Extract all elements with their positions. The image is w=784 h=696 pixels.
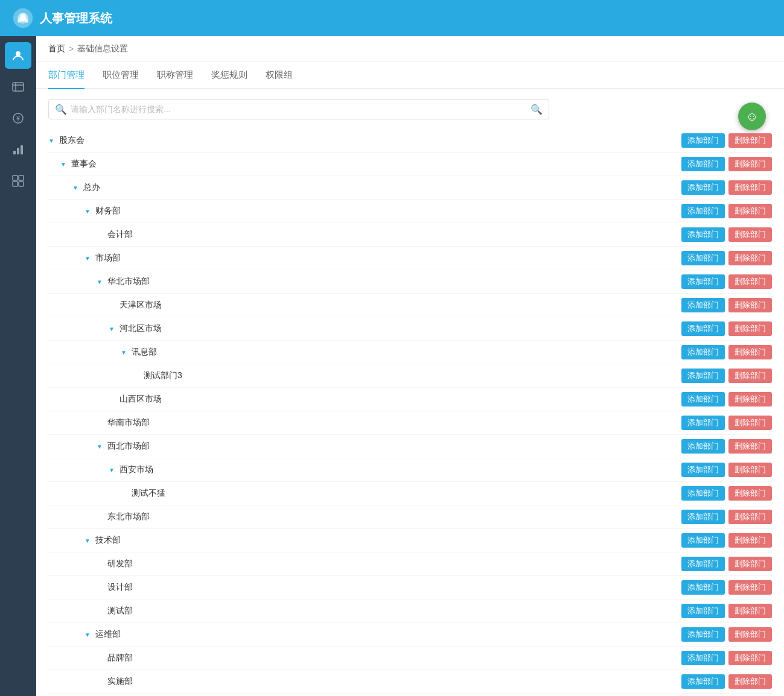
dept-name: ▼ 运维部 <box>48 629 681 640</box>
table-row: ▼ 河北区市场 添加部门 删除部门 <box>48 317 772 341</box>
add-dept-button[interactable]: 添加部门 <box>681 651 725 665</box>
breadcrumb-separator: > <box>69 44 74 54</box>
toggle-icon[interactable]: ▼ <box>97 279 104 285</box>
add-dept-button[interactable]: 添加部门 <box>681 298 725 312</box>
table-row: ▼ 董事会 添加部门 删除部门 <box>48 153 772 176</box>
delete-dept-button[interactable]: 删除部门 <box>728 510 772 524</box>
delete-dept-button[interactable]: 删除部门 <box>728 604 772 618</box>
table-row: ▼ 华北市场部 添加部门 删除部门 <box>48 270 772 294</box>
toggle-icon[interactable]: ▼ <box>84 255 92 262</box>
delete-dept-button[interactable]: 删除部门 <box>728 251 772 265</box>
dept-name: ▶ 会计部 <box>48 229 681 240</box>
sidebar-item-contacts[interactable] <box>5 74 31 100</box>
search-bar: 🔍 🔍 <box>48 99 549 119</box>
toggle-icon[interactable]: ▼ <box>121 349 128 356</box>
toggle-icon[interactable]: ▼ <box>97 443 104 450</box>
app-logo <box>12 7 34 29</box>
table-row: ▶ 东北市场部 添加部门 删除部门 <box>48 505 772 529</box>
dept-name: ▼ 市场部 <box>48 253 681 264</box>
sidebar-item-user[interactable] <box>5 42 31 69</box>
tab-dept-management[interactable]: 部门管理 <box>48 62 84 89</box>
table-row: ▶ 实施部 添加部门 删除部门 <box>48 670 772 694</box>
delete-dept-button[interactable]: 删除部门 <box>728 133 772 148</box>
toggle-icon[interactable]: ▼ <box>84 208 92 215</box>
delete-dept-button[interactable]: 删除部门 <box>728 345 772 359</box>
add-dept-button[interactable]: 添加部门 <box>681 486 725 501</box>
add-dept-button[interactable]: 添加部门 <box>681 416 725 430</box>
delete-dept-button[interactable]: 删除部门 <box>728 580 772 595</box>
table-row: ▶ 测试部门3 添加部门 删除部门 <box>48 364 772 388</box>
tab-bar: 部门管理 职位管理 职称管理 奖惩规则 权限组 <box>36 62 784 89</box>
delete-dept-button[interactable]: 删除部门 <box>728 392 772 407</box>
dept-name: ▼ 总办 <box>48 182 681 193</box>
add-dept-button[interactable]: 添加部门 <box>681 251 725 265</box>
delete-dept-button[interactable]: 删除部门 <box>728 227 772 242</box>
search-input[interactable] <box>67 100 531 119</box>
delete-dept-button[interactable]: 删除部门 <box>728 180 772 195</box>
add-dept-button[interactable]: 添加部门 <box>681 627 725 642</box>
sidebar-item-grid[interactable] <box>5 168 31 194</box>
sidebar-item-finance[interactable]: ¥ <box>5 105 31 131</box>
breadcrumb-home[interactable]: 首页 <box>48 43 65 54</box>
delete-dept-button[interactable]: 删除部门 <box>728 486 772 501</box>
toggle-icon[interactable]: ▼ <box>48 138 56 144</box>
dept-name: ▶ 华南市场部 <box>48 417 681 428</box>
dept-name: ▼ 河北区市场 <box>48 323 681 334</box>
add-dept-button[interactable]: 添加部门 <box>681 321 725 336</box>
sidebar-item-chart[interactable] <box>5 136 31 163</box>
add-dept-button[interactable]: 添加部门 <box>681 439 725 454</box>
add-dept-button[interactable]: 添加部门 <box>681 533 725 548</box>
delete-dept-button[interactable]: 删除部门 <box>728 627 772 642</box>
add-dept-button[interactable]: 添加部门 <box>681 204 725 218</box>
add-dept-button[interactable]: 添加部门 <box>681 557 725 571</box>
table-row: ▶ 渠道部 添加部门 删除部门 <box>48 694 772 696</box>
toggle-icon[interactable]: ▼ <box>84 631 92 638</box>
search-submit-icon[interactable]: 🔍 <box>531 104 543 115</box>
table-row: ▶ 华南市场部 添加部门 删除部门 <box>48 411 772 435</box>
add-dept-button[interactable]: 添加部门 <box>681 510 725 524</box>
delete-dept-button[interactable]: 删除部门 <box>728 651 772 665</box>
dept-actions: 添加部门 删除部门 <box>681 416 772 430</box>
delete-dept-button[interactable]: 删除部门 <box>728 674 772 689</box>
add-dept-button[interactable]: 添加部门 <box>681 674 725 689</box>
tab-title-management[interactable]: 职称管理 <box>157 62 193 89</box>
toggle-icon[interactable]: ▼ <box>72 185 80 191</box>
add-dept-button[interactable]: 添加部门 <box>681 345 725 359</box>
delete-dept-button[interactable]: 删除部门 <box>728 463 772 477</box>
table-row: ▶ 山西区市场 添加部门 删除部门 <box>48 388 772 411</box>
toggle-icon[interactable]: ▼ <box>109 326 116 332</box>
tab-position-management[interactable]: 职位管理 <box>103 62 139 89</box>
delete-dept-button[interactable]: 删除部门 <box>728 369 772 383</box>
svg-rect-14 <box>21 145 23 154</box>
delete-dept-button[interactable]: 删除部门 <box>728 557 772 571</box>
add-dept-button[interactable]: 添加部门 <box>681 463 725 477</box>
add-dept-button[interactable]: 添加部门 <box>681 580 725 595</box>
tab-permission-group[interactable]: 权限组 <box>266 62 293 89</box>
fab-button[interactable]: ☺ <box>738 103 766 130</box>
delete-dept-button[interactable]: 删除部门 <box>728 204 772 218</box>
delete-dept-button[interactable]: 删除部门 <box>728 533 772 548</box>
delete-dept-button[interactable]: 删除部门 <box>728 298 772 312</box>
toggle-icon[interactable]: ▼ <box>60 161 68 168</box>
table-row: ▶ 设计部 添加部门 删除部门 <box>48 576 772 600</box>
add-dept-button[interactable]: 添加部门 <box>681 227 725 242</box>
delete-dept-button[interactable]: 删除部门 <box>728 274 772 289</box>
add-dept-button[interactable]: 添加部门 <box>681 274 725 289</box>
add-dept-button[interactable]: 添加部门 <box>681 133 725 148</box>
toggle-icon[interactable]: ▼ <box>84 537 92 544</box>
add-dept-button[interactable]: 添加部门 <box>681 392 725 407</box>
toggle-icon[interactable]: ▼ <box>109 467 116 473</box>
dept-actions: 添加部门 删除部门 <box>681 133 772 148</box>
delete-dept-button[interactable]: 删除部门 <box>728 416 772 430</box>
add-dept-button[interactable]: 添加部门 <box>681 369 725 383</box>
dept-actions: 添加部门 删除部门 <box>681 392 772 407</box>
dept-name: ▼ 华北市场部 <box>48 276 681 287</box>
add-dept-button[interactable]: 添加部门 <box>681 157 725 171</box>
delete-dept-button[interactable]: 删除部门 <box>728 157 772 171</box>
add-dept-button[interactable]: 添加部门 <box>681 180 725 195</box>
dept-actions: 添加部门 删除部门 <box>681 251 772 265</box>
delete-dept-button[interactable]: 删除部门 <box>728 439 772 454</box>
add-dept-button[interactable]: 添加部门 <box>681 604 725 618</box>
tab-reward-rules[interactable]: 奖惩规则 <box>211 62 247 89</box>
delete-dept-button[interactable]: 删除部门 <box>728 321 772 336</box>
